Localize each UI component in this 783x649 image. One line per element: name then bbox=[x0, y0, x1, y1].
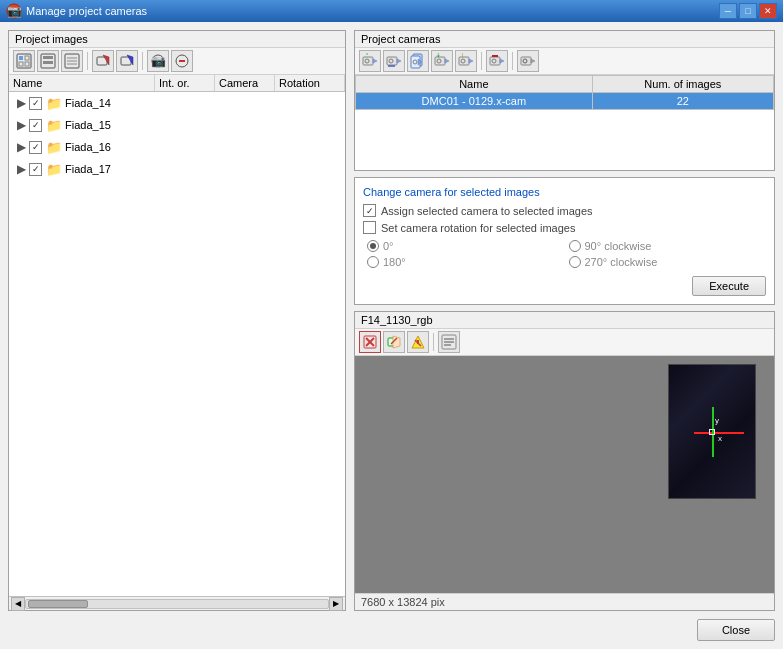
cameras-toolbar: + bbox=[355, 48, 774, 75]
tree-item-fiada15[interactable]: ▶ ✓ 📁 Fiada_15 bbox=[9, 114, 345, 136]
change-camera-section: Change camera for selected images ✓ Assi… bbox=[354, 177, 775, 305]
project-images-header: Project images bbox=[9, 31, 345, 48]
cam-tool-export[interactable]: ↑ bbox=[455, 50, 477, 72]
svg-text:📷: 📷 bbox=[7, 3, 22, 18]
scroll-track[interactable] bbox=[25, 599, 329, 609]
scroll-left-arrow[interactable]: ◀ bbox=[11, 597, 25, 611]
svg-marker-17 bbox=[127, 55, 133, 65]
right-panel: Project cameras + bbox=[354, 30, 775, 611]
tool-btn-1[interactable] bbox=[13, 50, 35, 72]
cameras-section: Project cameras + bbox=[354, 30, 775, 171]
svg-marker-35 bbox=[445, 59, 449, 63]
scroll-thumb[interactable] bbox=[28, 600, 88, 608]
content-row: Project images bbox=[8, 30, 775, 611]
svg-marker-39 bbox=[469, 59, 473, 63]
tool-btn-2[interactable] bbox=[37, 50, 59, 72]
execute-button[interactable]: Execute bbox=[692, 276, 766, 296]
camera-row[interactable]: DMC01 - 0129.x-cam 22 bbox=[356, 93, 774, 110]
label-fiada15: Fiada_15 bbox=[65, 119, 111, 131]
cam-tool-settings[interactable] bbox=[517, 50, 539, 72]
radio-180deg-label: 180° bbox=[383, 256, 406, 268]
minimize-button[interactable]: ─ bbox=[719, 3, 737, 19]
expand-icon-fiada14[interactable]: ▶ bbox=[13, 95, 29, 111]
prev-tool-1[interactable] bbox=[359, 331, 381, 353]
crosshair-center-marker bbox=[709, 429, 715, 435]
tool-btn-3[interactable] bbox=[61, 50, 83, 72]
cam-tool-delete[interactable] bbox=[486, 50, 508, 72]
cam-sep bbox=[481, 52, 482, 70]
window-controls: ─ □ ✕ bbox=[719, 3, 777, 19]
crosshair-y-label: y bbox=[715, 416, 719, 425]
label-fiada14: Fiada_14 bbox=[65, 97, 111, 109]
checkbox-fiada17[interactable]: ✓ bbox=[29, 163, 42, 176]
folder-icon-fiada15: 📁 bbox=[46, 118, 62, 133]
assign-camera-checkbox[interactable]: ✓ bbox=[363, 204, 376, 217]
svg-rect-5 bbox=[19, 62, 23, 66]
expand-icon-fiada17[interactable]: ▶ bbox=[13, 161, 29, 177]
expand-icon-fiada16[interactable]: ▶ bbox=[13, 139, 29, 155]
window-title: Manage project cameras bbox=[26, 5, 719, 17]
radio-0deg-label: 0° bbox=[383, 240, 394, 252]
radio-0deg-row[interactable]: 0° bbox=[367, 240, 565, 252]
tool-btn-6[interactable]: 📷 bbox=[147, 50, 169, 72]
sep-1 bbox=[87, 52, 88, 70]
svg-marker-27 bbox=[397, 59, 401, 63]
preview-dimensions: 7680 x 13824 pix bbox=[355, 593, 774, 610]
col-rotation: Rotation bbox=[275, 75, 345, 91]
cam-sep2 bbox=[512, 52, 513, 70]
col-name: Name bbox=[9, 75, 155, 91]
checkbox-fiada14[interactable]: ✓ bbox=[29, 97, 42, 110]
preview-title: F14_1130_rgb bbox=[355, 312, 774, 329]
tool-btn-5[interactable] bbox=[116, 50, 138, 72]
cam-tool-edit[interactable] bbox=[383, 50, 405, 72]
close-button[interactable]: Close bbox=[697, 619, 775, 641]
left-toolbar: 📷 bbox=[9, 48, 345, 75]
set-rotation-label: Set camera rotation for selected images bbox=[381, 222, 575, 234]
camera-numimages-cell: 22 bbox=[592, 93, 773, 110]
cam-tool-import[interactable]: ↓ bbox=[431, 50, 453, 72]
prev-tool-4[interactable] bbox=[438, 331, 460, 353]
svg-marker-43 bbox=[500, 59, 504, 63]
tree-item-fiada14[interactable]: ▶ ✓ 📁 Fiada_14 bbox=[9, 92, 345, 114]
svg-marker-15 bbox=[103, 55, 109, 65]
assign-camera-row: ✓ Assign selected camera to selected ima… bbox=[363, 204, 766, 217]
radio-90cw-row[interactable]: 90° clockwise bbox=[569, 240, 767, 252]
svg-text:+: + bbox=[363, 53, 370, 59]
tool-btn-7[interactable] bbox=[171, 50, 193, 72]
rotation-radio-group: 0° 90° clockwise 180° 270° clockwise bbox=[363, 240, 766, 268]
tree-item-fiada17[interactable]: ▶ ✓ 📁 Fiada_17 bbox=[9, 158, 345, 180]
camera-name-cell: DMC01 - 0129.x-cam bbox=[356, 93, 593, 110]
cam-tool-copy[interactable] bbox=[407, 50, 429, 72]
cam-tool-add[interactable]: + bbox=[359, 50, 381, 72]
crosshair-x-label: x bbox=[718, 434, 722, 443]
tree-item-fiada16[interactable]: ▶ ✓ 📁 Fiada_16 bbox=[9, 136, 345, 158]
horizontal-scrollbar[interactable]: ◀ ▶ bbox=[9, 596, 345, 610]
col-camera: Camera bbox=[215, 75, 275, 91]
svg-rect-8 bbox=[43, 56, 53, 59]
radio-180deg[interactable] bbox=[367, 256, 379, 268]
radio-180deg-row[interactable]: 180° bbox=[367, 256, 565, 268]
radio-0deg[interactable] bbox=[367, 240, 379, 252]
radio-90cw[interactable] bbox=[569, 240, 581, 252]
set-rotation-row: Set camera rotation for selected images bbox=[363, 221, 766, 234]
set-rotation-checkbox[interactable] bbox=[363, 221, 376, 234]
radio-270cw-label: 270° clockwise bbox=[585, 256, 658, 268]
window-close-button[interactable]: ✕ bbox=[759, 3, 777, 19]
prev-tool-2[interactable] bbox=[383, 331, 405, 353]
maximize-button[interactable]: □ bbox=[739, 3, 757, 19]
radio-270cw-row[interactable]: 270° clockwise bbox=[569, 256, 767, 268]
svg-rect-6 bbox=[25, 62, 29, 66]
radio-270cw[interactable] bbox=[569, 256, 581, 268]
preview-image: x y bbox=[669, 365, 755, 498]
app-icon: 📷 bbox=[6, 3, 22, 19]
svg-text:↑: ↑ bbox=[459, 53, 465, 60]
scroll-right-arrow[interactable]: ▶ bbox=[329, 597, 343, 611]
checkbox-fiada16[interactable]: ✓ bbox=[29, 141, 42, 154]
cam-col-numimages: Num. of images bbox=[592, 76, 773, 93]
checkbox-fiada15[interactable]: ✓ bbox=[29, 119, 42, 132]
tool-btn-4[interactable] bbox=[92, 50, 114, 72]
expand-icon-fiada15[interactable]: ▶ bbox=[13, 117, 29, 133]
sep-2 bbox=[142, 52, 143, 70]
svg-text:📷: 📷 bbox=[151, 53, 166, 68]
prev-tool-3[interactable] bbox=[407, 331, 429, 353]
